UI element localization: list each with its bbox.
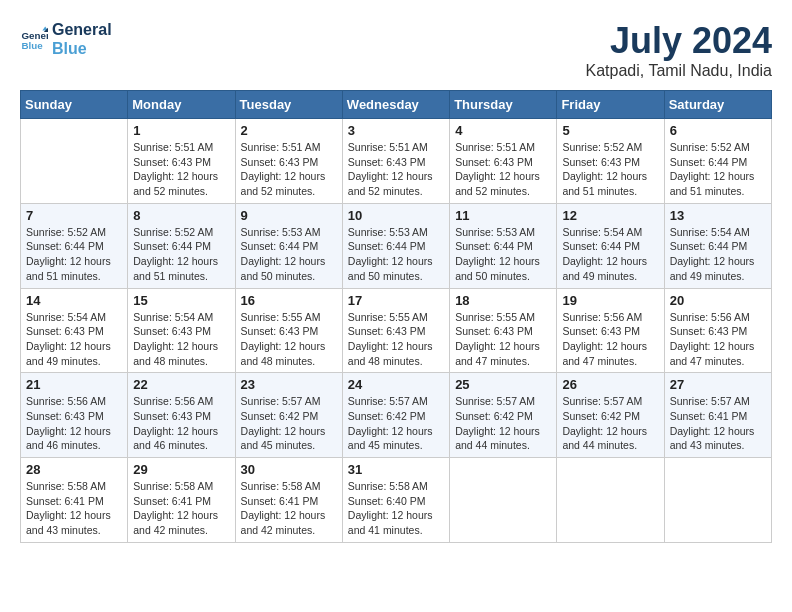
day-info: Sunrise: 5:52 AM Sunset: 6:44 PM Dayligh…	[133, 225, 229, 284]
week-row-4: 28Sunrise: 5:58 AM Sunset: 6:41 PM Dayli…	[21, 458, 772, 543]
day-number: 17	[348, 293, 444, 308]
day-number: 25	[455, 377, 551, 392]
header-saturday: Saturday	[664, 91, 771, 119]
day-info: Sunrise: 5:51 AM Sunset: 6:43 PM Dayligh…	[455, 140, 551, 199]
week-row-3: 21Sunrise: 5:56 AM Sunset: 6:43 PM Dayli…	[21, 373, 772, 458]
day-info: Sunrise: 5:51 AM Sunset: 6:43 PM Dayligh…	[241, 140, 337, 199]
day-number: 28	[26, 462, 122, 477]
calendar-cell: 6Sunrise: 5:52 AM Sunset: 6:44 PM Daylig…	[664, 119, 771, 204]
day-number: 27	[670, 377, 766, 392]
day-info: Sunrise: 5:57 AM Sunset: 6:41 PM Dayligh…	[670, 394, 766, 453]
day-number: 8	[133, 208, 229, 223]
calendar-cell: 30Sunrise: 5:58 AM Sunset: 6:41 PM Dayli…	[235, 458, 342, 543]
day-number: 2	[241, 123, 337, 138]
calendar-cell: 28Sunrise: 5:58 AM Sunset: 6:41 PM Dayli…	[21, 458, 128, 543]
day-info: Sunrise: 5:51 AM Sunset: 6:43 PM Dayligh…	[348, 140, 444, 199]
day-info: Sunrise: 5:51 AM Sunset: 6:43 PM Dayligh…	[133, 140, 229, 199]
day-number: 29	[133, 462, 229, 477]
day-number: 6	[670, 123, 766, 138]
calendar-cell: 11Sunrise: 5:53 AM Sunset: 6:44 PM Dayli…	[450, 203, 557, 288]
day-number: 24	[348, 377, 444, 392]
calendar-cell: 19Sunrise: 5:56 AM Sunset: 6:43 PM Dayli…	[557, 288, 664, 373]
day-info: Sunrise: 5:56 AM Sunset: 6:43 PM Dayligh…	[26, 394, 122, 453]
calendar-cell: 15Sunrise: 5:54 AM Sunset: 6:43 PM Dayli…	[128, 288, 235, 373]
location-title: Katpadi, Tamil Nadu, India	[586, 62, 772, 80]
calendar-cell: 10Sunrise: 5:53 AM Sunset: 6:44 PM Dayli…	[342, 203, 449, 288]
day-number: 12	[562, 208, 658, 223]
calendar-cell: 4Sunrise: 5:51 AM Sunset: 6:43 PM Daylig…	[450, 119, 557, 204]
calendar-cell	[664, 458, 771, 543]
calendar-cell: 17Sunrise: 5:55 AM Sunset: 6:43 PM Dayli…	[342, 288, 449, 373]
calendar-cell: 23Sunrise: 5:57 AM Sunset: 6:42 PM Dayli…	[235, 373, 342, 458]
day-number: 4	[455, 123, 551, 138]
day-number: 22	[133, 377, 229, 392]
day-info: Sunrise: 5:56 AM Sunset: 6:43 PM Dayligh…	[670, 310, 766, 369]
calendar-cell: 22Sunrise: 5:56 AM Sunset: 6:43 PM Dayli…	[128, 373, 235, 458]
calendar-cell	[450, 458, 557, 543]
day-number: 21	[26, 377, 122, 392]
day-info: Sunrise: 5:55 AM Sunset: 6:43 PM Dayligh…	[348, 310, 444, 369]
page-header: General Blue General Blue July 2024 Katp…	[20, 20, 772, 80]
calendar-cell: 20Sunrise: 5:56 AM Sunset: 6:43 PM Dayli…	[664, 288, 771, 373]
day-number: 9	[241, 208, 337, 223]
header-friday: Friday	[557, 91, 664, 119]
day-info: Sunrise: 5:54 AM Sunset: 6:44 PM Dayligh…	[670, 225, 766, 284]
day-info: Sunrise: 5:55 AM Sunset: 6:43 PM Dayligh…	[455, 310, 551, 369]
logo-line2: Blue	[52, 39, 112, 58]
day-number: 20	[670, 293, 766, 308]
day-info: Sunrise: 5:58 AM Sunset: 6:41 PM Dayligh…	[133, 479, 229, 538]
header-thursday: Thursday	[450, 91, 557, 119]
day-number: 3	[348, 123, 444, 138]
day-info: Sunrise: 5:54 AM Sunset: 6:44 PM Dayligh…	[562, 225, 658, 284]
calendar-cell: 27Sunrise: 5:57 AM Sunset: 6:41 PM Dayli…	[664, 373, 771, 458]
calendar-cell: 12Sunrise: 5:54 AM Sunset: 6:44 PM Dayli…	[557, 203, 664, 288]
day-info: Sunrise: 5:57 AM Sunset: 6:42 PM Dayligh…	[455, 394, 551, 453]
calendar-cell: 3Sunrise: 5:51 AM Sunset: 6:43 PM Daylig…	[342, 119, 449, 204]
day-info: Sunrise: 5:56 AM Sunset: 6:43 PM Dayligh…	[562, 310, 658, 369]
day-info: Sunrise: 5:56 AM Sunset: 6:43 PM Dayligh…	[133, 394, 229, 453]
calendar-cell: 14Sunrise: 5:54 AM Sunset: 6:43 PM Dayli…	[21, 288, 128, 373]
day-number: 14	[26, 293, 122, 308]
day-info: Sunrise: 5:55 AM Sunset: 6:43 PM Dayligh…	[241, 310, 337, 369]
logo-line1: General	[52, 20, 112, 39]
day-number: 5	[562, 123, 658, 138]
calendar-cell: 24Sunrise: 5:57 AM Sunset: 6:42 PM Dayli…	[342, 373, 449, 458]
calendar-cell: 29Sunrise: 5:58 AM Sunset: 6:41 PM Dayli…	[128, 458, 235, 543]
day-info: Sunrise: 5:52 AM Sunset: 6:44 PM Dayligh…	[26, 225, 122, 284]
calendar-cell: 7Sunrise: 5:52 AM Sunset: 6:44 PM Daylig…	[21, 203, 128, 288]
day-info: Sunrise: 5:54 AM Sunset: 6:43 PM Dayligh…	[26, 310, 122, 369]
header-tuesday: Tuesday	[235, 91, 342, 119]
day-info: Sunrise: 5:58 AM Sunset: 6:40 PM Dayligh…	[348, 479, 444, 538]
day-number: 30	[241, 462, 337, 477]
day-number: 19	[562, 293, 658, 308]
calendar-body: 1Sunrise: 5:51 AM Sunset: 6:43 PM Daylig…	[21, 119, 772, 543]
calendar-cell: 25Sunrise: 5:57 AM Sunset: 6:42 PM Dayli…	[450, 373, 557, 458]
week-row-0: 1Sunrise: 5:51 AM Sunset: 6:43 PM Daylig…	[21, 119, 772, 204]
header-wednesday: Wednesday	[342, 91, 449, 119]
calendar-cell: 21Sunrise: 5:56 AM Sunset: 6:43 PM Dayli…	[21, 373, 128, 458]
calendar-cell: 31Sunrise: 5:58 AM Sunset: 6:40 PM Dayli…	[342, 458, 449, 543]
day-info: Sunrise: 5:57 AM Sunset: 6:42 PM Dayligh…	[562, 394, 658, 453]
calendar-cell: 2Sunrise: 5:51 AM Sunset: 6:43 PM Daylig…	[235, 119, 342, 204]
day-info: Sunrise: 5:58 AM Sunset: 6:41 PM Dayligh…	[241, 479, 337, 538]
day-info: Sunrise: 5:57 AM Sunset: 6:42 PM Dayligh…	[241, 394, 337, 453]
day-number: 11	[455, 208, 551, 223]
day-info: Sunrise: 5:52 AM Sunset: 6:44 PM Dayligh…	[670, 140, 766, 199]
day-number: 7	[26, 208, 122, 223]
calendar-cell: 1Sunrise: 5:51 AM Sunset: 6:43 PM Daylig…	[128, 119, 235, 204]
day-number: 10	[348, 208, 444, 223]
title-area: July 2024 Katpadi, Tamil Nadu, India	[586, 20, 772, 80]
calendar-cell	[21, 119, 128, 204]
calendar-cell: 5Sunrise: 5:52 AM Sunset: 6:43 PM Daylig…	[557, 119, 664, 204]
week-row-1: 7Sunrise: 5:52 AM Sunset: 6:44 PM Daylig…	[21, 203, 772, 288]
day-number: 23	[241, 377, 337, 392]
day-info: Sunrise: 5:53 AM Sunset: 6:44 PM Dayligh…	[348, 225, 444, 284]
day-number: 26	[562, 377, 658, 392]
calendar-cell: 13Sunrise: 5:54 AM Sunset: 6:44 PM Dayli…	[664, 203, 771, 288]
day-info: Sunrise: 5:58 AM Sunset: 6:41 PM Dayligh…	[26, 479, 122, 538]
month-title: July 2024	[586, 20, 772, 62]
day-info: Sunrise: 5:57 AM Sunset: 6:42 PM Dayligh…	[348, 394, 444, 453]
day-info: Sunrise: 5:52 AM Sunset: 6:43 PM Dayligh…	[562, 140, 658, 199]
header-row: SundayMondayTuesdayWednesdayThursdayFrid…	[21, 91, 772, 119]
day-number: 18	[455, 293, 551, 308]
